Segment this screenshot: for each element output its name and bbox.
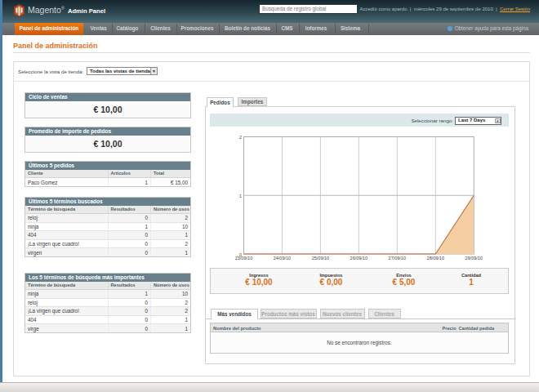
svg-text:28/09/10: 28/09/10 xyxy=(427,256,444,261)
svg-text:2: 2 xyxy=(239,135,242,140)
svg-text:23/09/10: 23/09/10 xyxy=(235,256,252,261)
svg-text:26/09/10: 26/09/10 xyxy=(350,256,368,261)
svg-text:1: 1 xyxy=(239,194,242,198)
svg-text:27/09/10: 27/09/10 xyxy=(389,256,406,261)
svg-text:24/09/10: 24/09/10 xyxy=(274,256,291,261)
svg-text:25/09/10: 25/09/10 xyxy=(312,256,329,261)
svg-text:29/09/10: 29/09/10 xyxy=(465,256,482,261)
